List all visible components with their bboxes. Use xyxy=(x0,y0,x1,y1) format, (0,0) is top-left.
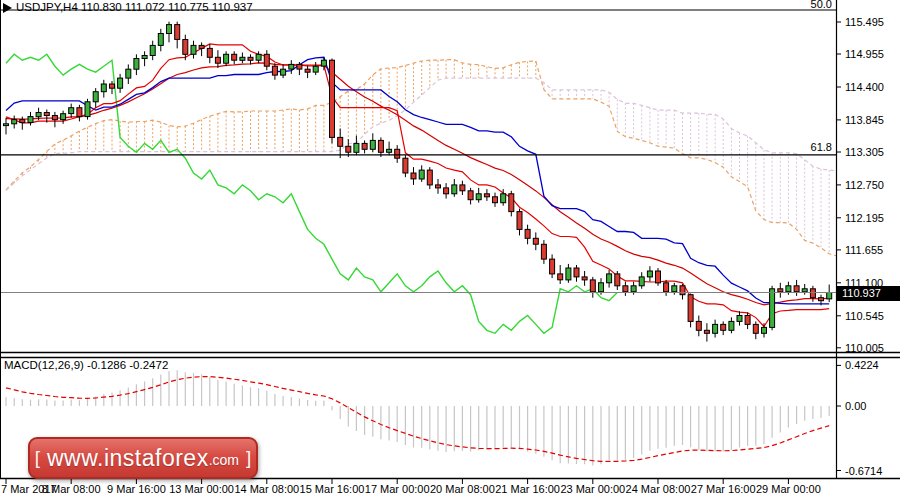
svg-text:114.400: 114.400 xyxy=(845,81,884,93)
svg-text:-0.6714: -0.6714 xyxy=(845,465,882,477)
svg-text:23 Mar 00:00: 23 Mar 00:00 xyxy=(560,483,625,495)
svg-text:24 Mar 08:00: 24 Mar 08:00 xyxy=(626,483,691,495)
svg-text:112.195: 112.195 xyxy=(845,212,884,224)
svg-text:0.00: 0.00 xyxy=(845,400,866,412)
current-price-badge: 110.937 xyxy=(837,286,900,301)
svg-text:113.845: 113.845 xyxy=(845,114,884,126)
svg-text:15 Mar 16:00: 15 Mar 16:00 xyxy=(300,483,365,495)
svg-text:14 Mar 08:00: 14 Mar 08:00 xyxy=(234,483,299,495)
logo-bracket-right: ] xyxy=(239,447,258,469)
chart-shift-icon[interactable] xyxy=(3,3,12,13)
svg-text:111.655: 111.655 xyxy=(845,244,883,256)
svg-text:113.305: 113.305 xyxy=(845,146,884,158)
chart-canvas[interactable]: 115.495114.955114.400113.845113.305112.7… xyxy=(0,0,900,500)
svg-text:17 Mar 00:00: 17 Mar 00:00 xyxy=(365,483,430,495)
fib-level-50-label: 50.0 xyxy=(811,0,832,10)
macd-indicator-label: MACD(12,26,9) -0.1286 -0.2472 xyxy=(4,359,168,371)
logo-bracket-left: [ xyxy=(28,447,47,469)
svg-text:110.545: 110.545 xyxy=(845,310,884,322)
svg-text:20 Mar 08:00: 20 Mar 08:00 xyxy=(430,483,495,495)
svg-text:21 Mar 16:00: 21 Mar 16:00 xyxy=(495,483,560,495)
svg-text:13 Mar 00:00: 13 Mar 00:00 xyxy=(169,483,234,495)
svg-text:9 Mar 16:00: 9 Mar 16:00 xyxy=(107,483,166,495)
svg-text:27 Mar 16:00: 27 Mar 16:00 xyxy=(691,483,756,495)
trading-chart-window: 115.495114.955114.400113.845113.305112.7… xyxy=(0,0,900,500)
fib-level-618-label: 61.8 xyxy=(811,141,832,153)
svg-text:8 Mar 08:00: 8 Mar 08:00 xyxy=(42,483,101,495)
svg-text:29 Mar 00:00: 29 Mar 00:00 xyxy=(756,483,821,495)
logo-suffix: .com xyxy=(209,452,239,468)
svg-text:115.495: 115.495 xyxy=(845,16,884,28)
chart-title: USDJPY,H4 110.830 111.072 110.775 110.93… xyxy=(16,1,253,13)
svg-text:114.955: 114.955 xyxy=(845,48,884,60)
logo-text: www.instaforex xyxy=(47,445,209,472)
svg-text:112.750: 112.750 xyxy=(845,179,884,191)
svg-text:0.4224: 0.4224 xyxy=(845,359,879,371)
instaforex-logo: [www.instaforex.com] xyxy=(28,437,258,479)
